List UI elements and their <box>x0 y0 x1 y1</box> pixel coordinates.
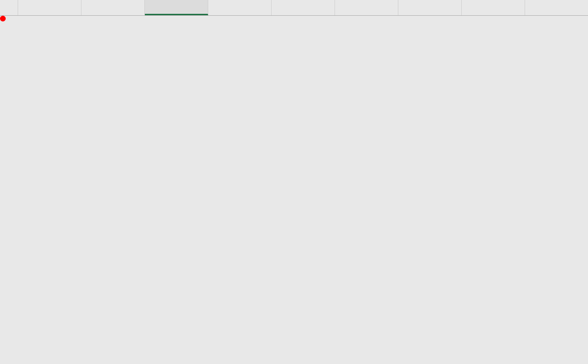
corner-header[interactable] <box>0 0 18 15</box>
column-header-I[interactable] <box>272 0 335 15</box>
column-header-G[interactable] <box>145 0 208 15</box>
column-header-E[interactable] <box>18 0 81 15</box>
column-header-K[interactable] <box>398 0 462 15</box>
highlight-box <box>0 16 6 21</box>
column-header-L[interactable] <box>462 0 525 15</box>
column-header-J[interactable] <box>335 0 398 15</box>
column-header-H[interactable] <box>208 0 272 15</box>
column-header-F[interactable] <box>81 0 145 15</box>
spreadsheet-view <box>0 0 588 364</box>
column-header-row <box>0 0 588 16</box>
